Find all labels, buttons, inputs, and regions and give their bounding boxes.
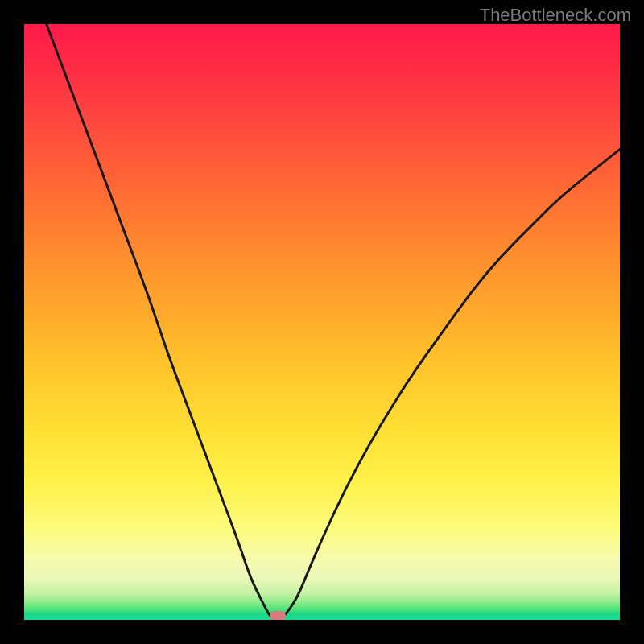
chart-frame: TheBottleneck.com <box>0 0 644 644</box>
optimal-point-marker <box>270 611 286 620</box>
bottleneck-curve <box>24 24 620 620</box>
curve-layer <box>24 24 620 620</box>
plot-area <box>24 24 620 620</box>
watermark-text: TheBottleneck.com <box>480 5 631 26</box>
